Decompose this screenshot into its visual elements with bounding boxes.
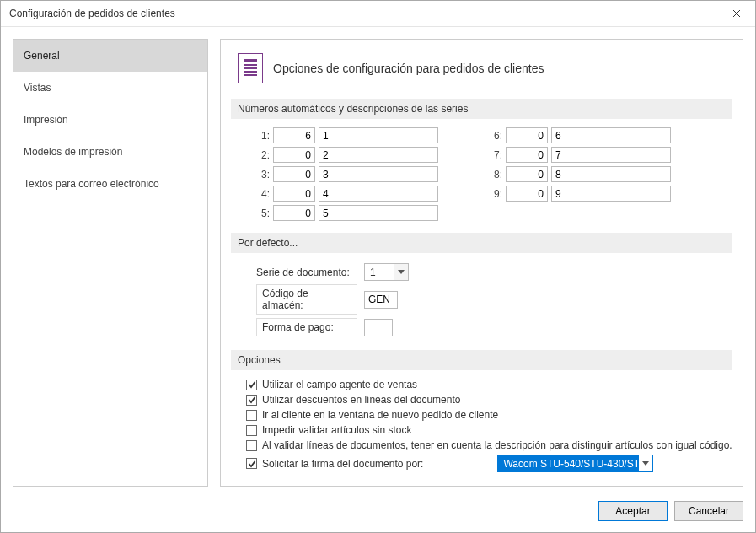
option-label: Utilizar el campo agente de ventas	[262, 379, 417, 390]
series-row-9: 9:	[489, 186, 671, 202]
dialog-window: Configuración de pedidos de clientes Gen…	[0, 0, 756, 533]
series-row-3: 3:	[256, 166, 438, 182]
sidebar-item-general[interactable]: General	[13, 40, 207, 72]
series-grid: 1: 2: 3: 4:	[231, 119, 732, 226]
series-row-5: 5:	[256, 205, 438, 221]
default-serie-value: 1	[365, 264, 394, 280]
series-col-right: 6: 7: 8: 9:	[489, 127, 671, 221]
main-panel: Opciones de configuración para pedidos d…	[220, 39, 743, 487]
series-desc-input-8[interactable]	[551, 166, 671, 182]
series-row-4: 4:	[256, 186, 438, 202]
accept-button[interactable]: Aceptar	[598, 501, 668, 521]
option-label: Solicitar la firma del documento por:	[262, 458, 423, 470]
series-label: 1:	[256, 130, 270, 142]
series-label: 9:	[489, 188, 502, 200]
series-desc-input-5[interactable]	[319, 205, 438, 221]
series-row-7: 7:	[489, 147, 671, 163]
close-icon[interactable]	[717, 1, 755, 26]
default-serie-row: Serie de documento: 1	[256, 263, 732, 281]
signature-device-select[interactable]: Wacom STU-540/STU-430/STU-	[497, 455, 653, 472]
series-desc-input-4[interactable]	[319, 186, 438, 202]
sidebar-item-label: General	[24, 50, 60, 62]
series-num-input-1[interactable]	[273, 127, 315, 143]
window-title: Configuración de pedidos de clientes	[9, 8, 717, 19]
option-label: Ir al cliente en la ventana de nuevo ped…	[262, 409, 498, 421]
sidebar-item-label: Impresión	[24, 114, 68, 126]
default-almacen-label: Código de almacén:	[256, 284, 357, 315]
titlebar: Configuración de pedidos de clientes	[1, 1, 755, 27]
option-agente-ventas: Utilizar el campo agente de ventas	[246, 379, 732, 390]
option-impedir-validar: Impedir validar artículos sin stock	[246, 424, 732, 436]
panel-header: Opciones de configuración para pedidos d…	[231, 50, 732, 92]
series-num-input-9[interactable]	[506, 186, 548, 202]
series-num-input-7[interactable]	[506, 147, 548, 163]
default-serie-label: Serie de documento:	[256, 264, 357, 281]
series-col-left: 1: 2: 3: 4:	[256, 127, 438, 221]
series-row-8: 8:	[489, 166, 671, 182]
signature-device-value: Wacom STU-540/STU-430/STU-	[498, 455, 638, 471]
series-label: 8:	[489, 169, 502, 180]
default-almacen-row: Código de almacén:	[256, 284, 732, 315]
sidebar-item-vistas[interactable]: Vistas	[13, 72, 207, 104]
sidebar-item-label: Vistas	[24, 82, 51, 94]
option-validar-lineas: Al validar líneas de documentos, tener e…	[246, 439, 732, 451]
series-num-input-8[interactable]	[506, 166, 548, 182]
series-num-input-5[interactable]	[273, 205, 315, 221]
series-label: 6:	[489, 130, 502, 142]
default-serie-select[interactable]: 1	[364, 263, 409, 281]
default-almacen-input[interactable]	[364, 291, 398, 309]
option-solicitar-firma: Solicitar la firma del documento por: Wa…	[246, 455, 732, 472]
series-label: 2:	[256, 149, 270, 161]
chevron-down-icon	[638, 455, 652, 471]
checkbox[interactable]	[246, 458, 257, 469]
series-num-input-2[interactable]	[273, 147, 315, 163]
series-num-input-4[interactable]	[273, 186, 315, 202]
options-body: Utilizar el campo agente de ventas Utili…	[231, 370, 732, 476]
series-desc-input-2[interactable]	[319, 147, 438, 163]
title-controls	[717, 1, 755, 26]
checkbox[interactable]	[246, 440, 257, 451]
checkbox[interactable]	[246, 395, 257, 406]
series-row-1: 1:	[256, 127, 438, 143]
default-pago-input[interactable]	[364, 319, 393, 336]
dialog-footer: Aceptar Cancelar	[1, 498, 755, 532]
series-desc-input-1[interactable]	[319, 127, 438, 143]
option-descuentos: Utilizar descuentos en líneas del docume…	[246, 394, 732, 406]
series-desc-input-7[interactable]	[551, 147, 671, 163]
sidebar-item-impresion[interactable]: Impresión	[13, 104, 207, 136]
series-label: 5:	[256, 207, 270, 219]
default-pago-label: Forma de pago:	[256, 318, 357, 336]
content-area: General Vistas Impresión Modelos de impr…	[1, 27, 755, 498]
series-num-input-6[interactable]	[506, 127, 548, 143]
section-header-series: Números automáticos y descripciones de l…	[231, 99, 732, 119]
checkbox[interactable]	[246, 410, 257, 421]
series-label: 7:	[489, 149, 502, 161]
series-desc-input-3[interactable]	[319, 166, 438, 182]
sidebar-item-modelos[interactable]: Modelos de impresión	[13, 136, 207, 168]
panel-title: Opciones de configuración para pedidos d…	[273, 62, 544, 75]
section-header-options: Opciones	[231, 350, 732, 370]
defaults-body: Serie de documento: 1 Código de almacén:…	[231, 253, 732, 343]
series-label: 3:	[256, 169, 270, 180]
sidebar-item-label: Textos para correo electrónico	[24, 178, 159, 190]
option-label: Utilizar descuentos en líneas del docume…	[262, 394, 460, 406]
checkbox[interactable]	[246, 425, 257, 436]
series-row-2: 2:	[256, 147, 438, 163]
series-num-input-3[interactable]	[273, 166, 315, 182]
option-ir-al-cliente: Ir al cliente en la ventana de nuevo ped…	[246, 409, 732, 421]
series-label: 4:	[256, 188, 270, 200]
series-desc-input-6[interactable]	[551, 127, 671, 143]
option-label: Impedir validar artículos sin stock	[262, 424, 411, 436]
checkbox[interactable]	[246, 380, 257, 390]
chevron-down-icon	[394, 264, 408, 280]
document-icon	[238, 53, 263, 83]
sidebar-item-textos-correo[interactable]: Textos para correo electrónico	[13, 168, 207, 200]
series-row-6: 6:	[489, 127, 671, 143]
section-header-defaults: Por defecto...	[231, 233, 732, 253]
default-pago-row: Forma de pago:	[256, 318, 732, 336]
option-label: Al validar líneas de documentos, tener e…	[262, 439, 732, 451]
series-desc-input-9[interactable]	[551, 186, 671, 202]
cancel-button[interactable]: Cancelar	[674, 501, 743, 521]
sidebar: General Vistas Impresión Modelos de impr…	[13, 39, 208, 487]
sidebar-item-label: Modelos de impresión	[24, 146, 122, 158]
